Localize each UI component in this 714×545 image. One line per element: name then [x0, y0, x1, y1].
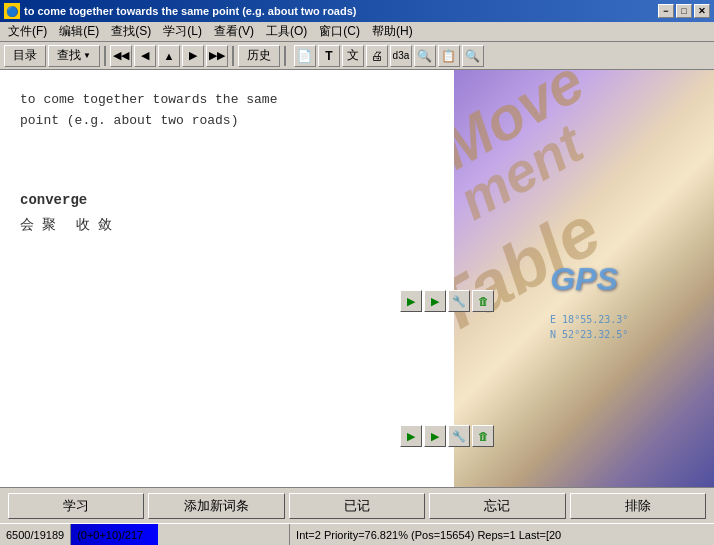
status-bar: 6500/19189 (0+0+10)/217 Int=2 Priority=7…	[0, 523, 714, 545]
app-icon: 🔵	[4, 3, 20, 19]
menu-search[interactable]: 查找(S)	[105, 22, 157, 41]
menu-file[interactable]: 文件(F)	[2, 22, 53, 41]
close-button[interactable]: ✕	[694, 4, 710, 18]
add-btn[interactable]: 添加新词条	[148, 493, 284, 519]
progress-text: (0+0+10)/217	[77, 529, 143, 541]
menu-help[interactable]: 帮助(H)	[366, 22, 419, 41]
nav-last-button[interactable]: ▶▶	[206, 45, 228, 67]
minimize-button[interactable]: −	[658, 4, 674, 18]
play-controls-1: ▶ ▶ 🔧 🗑	[400, 290, 494, 312]
menu-view[interactable]: 查看(V)	[208, 22, 260, 41]
window-title: to come together towards the same point …	[24, 5, 356, 17]
menu-tools[interactable]: 工具(O)	[260, 22, 313, 41]
contents-button[interactable]: 目录	[4, 45, 46, 67]
nav-up-button[interactable]: ▲	[158, 45, 180, 67]
maximize-button[interactable]: □	[676, 4, 692, 18]
main-content: Move ment Table GPS E 18°55.23.3° N 52°2…	[0, 70, 714, 487]
title-controls: − □ ✕	[658, 4, 710, 18]
status-progress: (0+0+10)/217	[71, 524, 290, 545]
print-icon[interactable]: 🖨	[366, 45, 388, 67]
english-word: converge	[20, 192, 694, 208]
menu-bar: 文件(F) 编辑(E) 查找(S) 学习(L) 查看(V) 工具(O) 窗口(C…	[0, 22, 714, 42]
title-bar: 🔵 to come together towards the same poin…	[0, 0, 714, 22]
magnify-icon[interactable]: 🔍	[462, 45, 484, 67]
nav-first-button[interactable]: ◀◀	[110, 45, 132, 67]
text-icon[interactable]: T	[318, 45, 340, 67]
doc-icon[interactable]: 📄	[294, 45, 316, 67]
bottom-buttons: 学习 添加新词条 已记 忘记 排除	[0, 487, 714, 523]
nav-next-button[interactable]: ▶	[182, 45, 204, 67]
content-area: to come together towards the samepoint (…	[0, 70, 714, 487]
separator-3	[284, 46, 286, 66]
delete-button-2[interactable]: 🗑	[472, 425, 494, 447]
d3a-icon[interactable]: d3a	[390, 45, 412, 67]
menu-window[interactable]: 窗口(C)	[313, 22, 366, 41]
search-label: 查找	[57, 47, 81, 64]
settings-button-2[interactable]: 🔧	[448, 425, 470, 447]
title-bar-left: 🔵 to come together towards the same poin…	[4, 3, 356, 19]
known-btn[interactable]: 已记	[289, 493, 425, 519]
status-stats: Int=2 Priority=76.821% (Pos=15654) Reps=…	[290, 524, 714, 545]
delete-button-1[interactable]: 🗑	[472, 290, 494, 312]
history-button[interactable]: 历史	[238, 45, 280, 67]
toolbar: 目录 查找 ▼ ◀◀ ◀ ▲ ▶ ▶▶ 历史 📄 T 文 🖨 d3a 🔍 📋 🔍	[0, 42, 714, 70]
chinese-translation: 会聚 收敛	[20, 216, 694, 234]
definition-text: to come together towards the samepoint (…	[20, 90, 694, 132]
play-button-1[interactable]: ▶	[400, 290, 422, 312]
search2-icon[interactable]: 🔍	[414, 45, 436, 67]
status-count: 6500/19189	[0, 524, 71, 545]
copy-icon[interactable]: 📋	[438, 45, 460, 67]
play-button-2[interactable]: ▶	[424, 290, 446, 312]
nav-prev-button[interactable]: ◀	[134, 45, 156, 67]
settings-button-1[interactable]: 🔧	[448, 290, 470, 312]
search-button[interactable]: 查找 ▼	[48, 45, 100, 67]
char-icon[interactable]: 文	[342, 45, 364, 67]
menu-study[interactable]: 学习(L)	[157, 22, 208, 41]
play-button-3[interactable]: ▶	[400, 425, 422, 447]
separator-1	[104, 46, 106, 66]
search-dropdown-icon[interactable]: ▼	[83, 51, 91, 60]
word-section: converge 会聚 收敛	[20, 192, 694, 234]
forget-btn[interactable]: 忘记	[429, 493, 565, 519]
menu-edit[interactable]: 编辑(E)	[53, 22, 105, 41]
play-button-4[interactable]: ▶	[424, 425, 446, 447]
separator-2	[232, 46, 234, 66]
play-controls-2: ▶ ▶ 🔧 🗑	[400, 425, 494, 447]
exclude-btn[interactable]: 排除	[570, 493, 706, 519]
study-btn[interactable]: 学习	[8, 493, 144, 519]
toolbar-icons: 📄 T 文 🖨 d3a 🔍 📋 🔍	[294, 45, 484, 67]
